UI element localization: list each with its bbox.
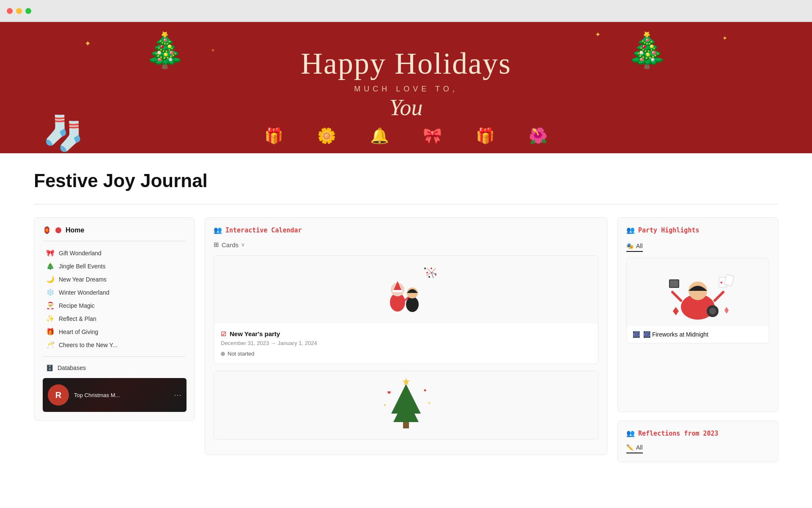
party-svg: ♥ <box>651 260 744 324</box>
svg-marker-43 <box>724 307 729 314</box>
flower-icon-2: 🌺 <box>529 127 548 145</box>
cards-grid-icon: ⊞ <box>214 241 219 248</box>
sparkle-icon: ✦ <box>722 35 727 41</box>
checkbox-icon: ☑ <box>221 331 226 337</box>
sidebar-item-label: Reflect & Plan <box>59 315 96 322</box>
calendar-panel: 👥 Interactive Calendar ⊞ Cards ∨ <box>205 217 607 455</box>
columns: 🏮 Home 🎀 Gift Wonderland 🎄 Jingle Bell E… <box>34 217 778 462</box>
right-column: 👥 Party Highlights 🎭 All <box>617 217 778 462</box>
divider <box>34 204 778 204</box>
party-header-icon: 👥 <box>626 226 635 234</box>
card-1-date: December 31, 2023 → January 1, 2024 <box>221 340 591 346</box>
cards-toggle-icon[interactable]: ∨ <box>241 242 245 248</box>
sparkle-icon: ✦ <box>85 39 91 48</box>
sidebar-item-label: New Year Dreams <box>59 276 107 283</box>
minimize-button[interactable] <box>16 8 22 14</box>
sparkle-icon: ✦ <box>595 30 601 39</box>
page-title: Festive Joy Journal <box>34 170 778 191</box>
main-content: Festive Joy Journal 🏮 Home 🎀 Gift Wonder… <box>0 153 812 479</box>
thumbnail-text: Top Christmas M... <box>74 392 120 398</box>
sidebar-item-heart-of-giving[interactable]: 🎁 Heart of Giving <box>43 325 186 338</box>
avatar-letter: R <box>55 390 61 400</box>
svg-line-34 <box>715 292 723 301</box>
reflections-filter-icon: ✏️ <box>626 444 634 451</box>
banner-you: You <box>389 94 422 121</box>
svg-point-28 <box>428 402 430 404</box>
thumbnail-avatar: R <box>48 384 69 406</box>
more-options-icon[interactable]: ⋯ <box>174 390 181 400</box>
sidebar-item-databases[interactable]: 🗄️ Databases <box>43 362 186 374</box>
maximize-button[interactable] <box>25 8 31 14</box>
tree-left-icon: 🎄 <box>144 30 186 70</box>
svg-rect-13 <box>392 290 403 292</box>
nye-party-svg <box>364 262 448 317</box>
flower-icon-1: 🌼 <box>317 127 336 145</box>
svg-rect-24 <box>403 422 409 428</box>
ornament-icon: 🎀 <box>423 127 442 145</box>
svg-rect-39 <box>670 280 678 287</box>
gift-icon-1: 🎁 <box>264 127 283 145</box>
cards-label: Cards <box>222 241 239 248</box>
sidebar-item-label: Winter Wonderland <box>59 289 110 296</box>
svg-point-0 <box>426 272 428 273</box>
heart-giving-icon: 🎁 <box>46 328 55 336</box>
svg-line-5 <box>427 268 431 273</box>
calendar-card-1[interactable]: ☑ New Year's party December 31, 2023 → J… <box>214 255 598 364</box>
sidebar-item-cheers[interactable]: 🥂 Cheers to the New Y... <box>43 338 186 351</box>
party-highlights-header: 👥 Party Highlights <box>626 226 769 234</box>
calendar-card-2-image <box>214 371 598 439</box>
sidebar-item-gift-wonderland[interactable]: 🎀 Gift Wonderland <box>43 246 186 260</box>
svg-rect-37 <box>724 274 734 286</box>
reflections-filter-label: All <box>636 444 643 451</box>
party-filter-icon: 🎭 <box>626 243 634 249</box>
window-chrome <box>0 0 812 22</box>
reflections-filter[interactable]: ✏️ All <box>626 442 643 453</box>
svg-marker-42 <box>673 307 679 315</box>
card-1-status-text: Not started <box>228 351 255 357</box>
sidebar-item-label: Recipe Magic <box>59 302 95 309</box>
svg-text:♥: ♥ <box>720 280 723 285</box>
status-dot <box>221 352 225 356</box>
party-all-filter[interactable]: 🎭 All <box>626 241 643 252</box>
tree-right-icon: 🎄 <box>626 30 668 70</box>
gift-icon-2: 🎁 <box>476 127 495 145</box>
sidebar-item-winter-wonderland[interactable]: ❄️ Winter Wonderland <box>43 286 186 299</box>
fireworks-icon: 🎆 <box>633 331 640 338</box>
new-year-dreams-icon: 🌙 <box>46 275 55 283</box>
reflections-header-label: Reflections from 2023 <box>638 430 719 437</box>
nav-divider-2 <box>43 356 186 357</box>
home-label: Home <box>66 226 84 234</box>
cards-filter[interactable]: ⊞ Cards ∨ <box>214 241 598 248</box>
calendar-header: 👥 Interactive Calendar <box>214 226 598 234</box>
svg-point-19 <box>406 297 419 312</box>
sidebar-item-label: Jingle Bell Events <box>59 263 106 270</box>
party-card-1-label: 🎆 🎆 Fireworks at Midnight <box>627 326 769 343</box>
calendar-card-1-body: ☑ New Year's party December 31, 2023 → J… <box>214 323 598 364</box>
reflect-plan-icon: ✨ <box>46 315 55 323</box>
calendar-card-2[interactable] <box>214 371 598 439</box>
svg-line-33 <box>672 292 681 301</box>
card-1-title: ☑ New Year's party <box>221 330 591 337</box>
sidebar-item-new-year-dreams[interactable]: 🌙 New Year Dreams <box>43 273 186 286</box>
banner-subtitle: MUCH LOVE TO, <box>354 85 458 94</box>
sidebar-item-label: Cheers to the New Y... <box>59 342 118 348</box>
home-header[interactable]: 🏮 Home <box>43 226 186 234</box>
banner: ✦ ✦ + ✦ 🎄 🎄 🧦 Happy Holidays MUCH LOVE T… <box>0 22 812 153</box>
sidebar-item-recipe-magic[interactable]: 🎅 Recipe Magic <box>43 299 186 312</box>
sidebar-item-jingle-bell[interactable]: 🎄 Jingle Bell Events <box>43 260 186 273</box>
svg-point-1 <box>431 268 432 269</box>
svg-line-8 <box>431 273 433 278</box>
reflections-panel: 👥 Reflections from 2023 ✏️ All <box>617 420 778 462</box>
calendar-card-1-image <box>214 256 598 323</box>
thumbnail-strip[interactable]: R Top Christmas M... ⋯ <box>43 378 187 412</box>
party-card-1[interactable]: ♥ <box>626 258 769 343</box>
sidebar-item-reflect-plan[interactable]: ✨ Reflect & Plan <box>43 312 186 325</box>
close-button[interactable] <box>7 8 13 14</box>
party-card-1-image: ♥ <box>627 258 769 326</box>
svg-point-41 <box>709 308 716 315</box>
party-card-1-text: 🎆 Fireworks at Midnight <box>643 331 708 338</box>
sparkle-icon: + <box>211 47 214 53</box>
card-1-title-text: New Year's party <box>230 330 280 337</box>
svg-marker-23 <box>402 378 410 385</box>
traffic-lights <box>7 8 31 14</box>
